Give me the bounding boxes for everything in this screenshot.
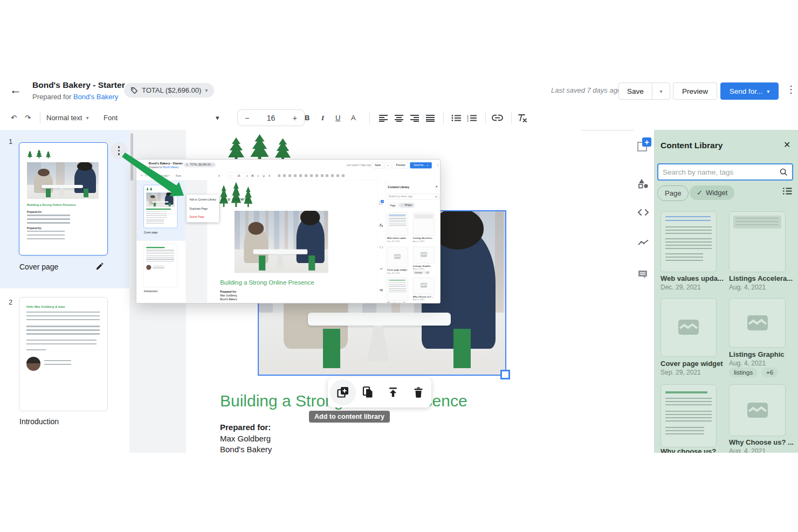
card-date: Dec. 29, 2021 [661,284,701,291]
document-title: Bond's Bakery - Starter [32,80,125,90]
paragraph-style-dropdown[interactable]: Normal text ▾ [46,106,89,130]
content-library-icon[interactable]: + [637,137,651,151]
library-card[interactable] [661,384,717,447]
align-left-button[interactable] [379,106,388,130]
back-arrow-icon: ← [140,162,144,167]
trees-logo [27,149,51,158]
library-card[interactable] [661,211,717,272]
tag-chip[interactable]: listings [729,368,758,377]
library-card[interactable] [729,384,786,436]
resize-handle[interactable] [500,370,510,379]
total-badge[interactable]: TOTAL ($2,696.00) ▾ [124,83,214,98]
prepared-for-heading[interactable]: Prepared for: [220,423,271,432]
divider [485,112,486,124]
edit-pencil-icon[interactable] [95,262,104,273]
page-label: Introduction [19,417,59,426]
image-placeholder-icon [678,319,699,335]
card-date: Aug. 4, 2021 [729,360,766,367]
italic-button[interactable]: I [321,106,324,130]
delete-button[interactable] [412,386,425,399]
library-card[interactable] [729,298,786,348]
clear-formatting-icon[interactable] [517,106,527,130]
preview-button[interactable]: Preview [673,82,717,100]
prepared-for-name[interactable]: Max Goldberg [220,434,271,443]
library-card[interactable] [661,298,717,357]
scrollbar-thumb[interactable] [130,133,133,181]
mini-kebab: ⋮ [436,163,439,167]
align-right-button[interactable] [410,106,419,130]
duplicate-button[interactable] [362,386,375,399]
card-title: Listings Accelera... [729,274,793,282]
page-thumbnail-cover[interactable]: Building a Strong Online Presence Prepar… [19,142,108,255]
back-arrow-icon[interactable]: ← [8,83,24,98]
text-block-placeholder [26,312,100,322]
numbered-list-button[interactable]: 123 [467,106,477,130]
send-for-button[interactable]: Send for... ▾ [720,82,779,100]
mini-card-title: Listings Graphic [413,265,431,267]
decrease-font-button[interactable]: − [245,114,249,122]
chart-icon[interactable] [637,239,649,248]
page-thumbnail-introduction[interactable]: Hello Max Goldberg & team [19,297,108,411]
toolbar-icons-placeholder [278,174,346,177]
search-input[interactable] [658,168,779,176]
mini-card [413,278,435,294]
card-title: Why choose us? ... [661,447,724,453]
shapes-icon[interactable] [637,178,649,191]
image-toolbar [328,377,431,407]
pages-sidebar: 1 Building a Strong Online Presence Prep… [0,130,129,453]
bullet-list-button[interactable] [451,106,462,130]
link-icon[interactable] [492,106,503,130]
thumbnail-photo [27,162,99,199]
prepared-for-line: Prepared for Bond's Bakery [32,93,118,101]
mini-tag: +6 [424,271,430,274]
add-to-library-button[interactable] [336,386,349,399]
right-tool-strip: + [634,130,654,453]
text-color-button[interactable]: A [351,106,356,132]
mini-card-title: Cover page widget [387,268,407,271]
list-view-icon[interactable] [782,187,792,197]
mini-card [387,247,408,268]
text-block-placeholder [27,231,65,240]
filter-chip-widget[interactable]: ✓Widget [690,185,734,200]
align-justify-button[interactable] [425,106,435,130]
comment-icon[interactable] [637,270,648,281]
client-link[interactable]: Bond's Bakery [73,93,118,101]
chevron-down-icon: ▾ [205,87,208,93]
mini-card-date: Sep. 29, 2021 [387,272,400,274]
mini-toolbar: ↶ ↷ Normal text ▾ Font ▾ −16+ B I U A [136,171,440,180]
mini-tag: listings [413,271,424,274]
prepared-for-company[interactable]: Bond's Bakery [220,445,272,454]
mini-thumb-intro [143,244,177,287]
trees-logo[interactable] [226,133,292,163]
save-button[interactable]: Save [619,83,652,99]
increase-font-button[interactable]: + [293,114,297,122]
code-icon[interactable] [637,209,649,218]
mini-library-title: Content Library [388,185,409,189]
font-dropdown[interactable]: Font [104,106,118,130]
embedded-screenshot-image: ← Bond's Bakery - Starter Prepared for B… [136,159,441,303]
save-dropdown-button[interactable]: ▾ [652,83,670,99]
move-up-button[interactable] [387,386,400,399]
mini-doc-heading: Building a Strong Online Presence [220,279,314,286]
close-icon[interactable]: ✕ [783,140,790,150]
tag-chip[interactable]: +6 [761,368,778,377]
tooltip: Add to content library [309,411,390,423]
app-window: ← Bond's Bakery - Starter Prepared for B… [0,0,798,532]
bold-button[interactable]: B [305,106,309,130]
chevron-down-icon[interactable]: ▾ [216,106,219,130]
align-center-button[interactable] [394,106,404,130]
thumbnail-prepared-by: Prepared by: [27,227,42,230]
filter-chip-page[interactable]: Page [657,185,689,201]
redo-icon[interactable]: ↷ [25,106,31,130]
more-options-icon[interactable]: ⋮ [786,84,796,95]
library-card[interactable] [729,211,786,272]
format-toolbar: ↶ ↷ Normal text ▾ Font ▾ − 16 + B I U A … [0,106,798,130]
undo-icon[interactable]: ↶ [11,106,17,130]
mini-chip-widget: ✓Widget [398,203,415,208]
underline-button[interactable]: U [335,106,340,130]
font-size-value[interactable]: 16 [267,114,276,122]
mini-search: Search by name, tags [387,194,439,200]
mini-card [387,278,408,301]
page-options-kebab-button[interactable] [111,142,127,159]
app-header: ← Bond's Bakery - Starter Prepared for B… [0,75,798,106]
